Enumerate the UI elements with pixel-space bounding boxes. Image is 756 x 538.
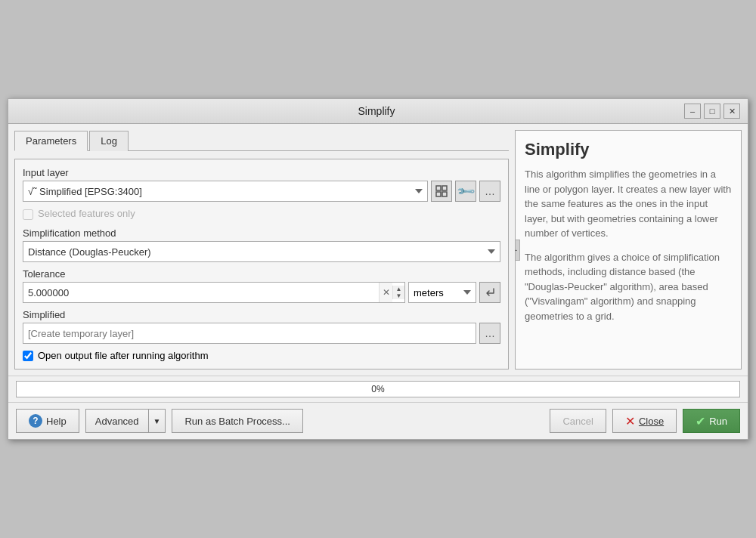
help-button[interactable]: ? Help	[16, 409, 79, 433]
simplified-label: Simplified	[23, 309, 500, 320]
use-project-units-button[interactable]	[479, 282, 500, 303]
close-button[interactable]: ✕ Close	[612, 409, 677, 433]
batch-process-button[interactable]: Run as Batch Process...	[172, 409, 302, 433]
input-layer-select[interactable]: √˜ Simplified [EPSG:3400]	[23, 181, 428, 202]
right-panel: ▶ Simplify This algorithm simplifies the…	[515, 130, 742, 369]
selected-features-label: Selected features only	[38, 208, 135, 219]
open-output-checkbox[interactable]	[23, 351, 33, 361]
window-title: Simplify	[69, 105, 684, 117]
browse-input-button[interactable]: …	[479, 181, 500, 202]
tolerance-label: Tolerance	[23, 268, 500, 280]
minimize-button[interactable]: –	[684, 104, 701, 119]
simplification-method-label: Simplification method	[23, 227, 500, 239]
svg-rect-3	[442, 192, 447, 196]
selected-features-checkbox[interactable]	[23, 209, 33, 220]
tab-log[interactable]: Log	[89, 131, 129, 151]
progress-label: 0%	[371, 384, 384, 394]
left-panel: Parameters Log Input layer √˜ Simplified…	[14, 130, 509, 369]
collapse-panel-button[interactable]: ▶	[515, 240, 520, 261]
simplified-output-input[interactable]	[23, 323, 476, 344]
bottom-bar: ? Help Advanced ▼ Run as Batch Process..…	[8, 402, 748, 439]
svg-rect-0	[436, 186, 441, 190]
simplification-method-select[interactable]: Distance (Douglas-Peucker) Area (Visvali…	[23, 241, 500, 262]
dots-icon: …	[485, 185, 495, 197]
tolerance-row: ✕ ▲ ▼ meters kilometers feet miles degre…	[23, 282, 500, 303]
browse-output-button[interactable]: …	[479, 323, 500, 344]
select-icon	[435, 185, 448, 197]
settings-button[interactable]: 🔧	[455, 181, 476, 202]
simplified-row: …	[23, 323, 500, 344]
wrench-icon: 🔧	[455, 181, 476, 202]
advanced-button-group: Advanced ▼	[85, 409, 166, 433]
progress-bar: 0%	[16, 381, 740, 397]
input-layer-row: √˜ Simplified [EPSG:3400] 🔧	[23, 181, 500, 202]
dialog-body: Parameters Log Input layer √˜ Simplified…	[8, 124, 748, 376]
tolerance-increment-button[interactable]: ▲	[393, 286, 404, 292]
simplified-section: Simplified …	[23, 309, 500, 344]
tolerance-unit-select[interactable]: meters kilometers feet miles degrees	[408, 282, 476, 303]
tab-bar: Parameters Log	[14, 130, 509, 151]
tolerance-input[interactable]	[23, 284, 379, 301]
help-icon: ?	[29, 414, 42, 428]
tolerance-decrement-button[interactable]: ▼	[393, 292, 404, 299]
help-text-1: This algorithm simplifies the geometries…	[525, 167, 732, 241]
help-text-2: The algorithm gives a choice of simplifi…	[525, 250, 732, 324]
window-close-button[interactable]: ✕	[723, 104, 740, 119]
run-button[interactable]: ✔ Run	[683, 409, 740, 433]
tolerance-spinner: ▲ ▼	[392, 286, 404, 299]
chevron-down-icon: ▼	[153, 417, 161, 425]
browse-dots-icon: …	[485, 327, 495, 339]
maximize-button[interactable]: □	[704, 104, 720, 119]
tolerance-input-wrap: ✕ ▲ ▼	[23, 282, 405, 303]
input-layer-label: Input layer	[23, 167, 500, 178]
progress-area: 0%	[8, 376, 748, 402]
return-icon	[485, 287, 495, 298]
title-bar-controls: – □ ✕	[684, 104, 740, 119]
close-icon: ✕	[625, 414, 635, 428]
run-check-icon: ✔	[696, 414, 705, 428]
svg-rect-1	[442, 186, 447, 190]
advanced-button[interactable]: Advanced	[85, 409, 148, 433]
cancel-button[interactable]: Cancel	[550, 409, 606, 433]
input-layer-section: Input layer √˜ Simplified [EPSG:3400]	[23, 167, 500, 202]
tolerance-clear-button[interactable]: ✕	[379, 283, 392, 302]
advanced-dropdown-button[interactable]: ▼	[148, 409, 166, 433]
tab-parameters[interactable]: Parameters	[14, 131, 88, 151]
form-area: Input layer √˜ Simplified [EPSG:3400]	[14, 159, 509, 369]
dialog-window: Simplify – □ ✕ Parameters Log In	[8, 98, 748, 440]
svg-rect-2	[436, 192, 441, 196]
open-output-row: Open output file after running algorithm	[23, 350, 500, 361]
title-bar: Simplify – □ ✕	[8, 99, 748, 124]
select-features-button[interactable]	[431, 181, 452, 202]
selected-features-row: Selected features only	[23, 208, 500, 221]
help-title: Simplify	[525, 140, 732, 159]
simplification-method-section: Simplification method Distance (Douglas-…	[23, 227, 500, 262]
tolerance-section: Tolerance ✕ ▲ ▼ meters kilomete	[23, 268, 500, 303]
open-output-label: Open output file after running algorithm	[38, 350, 208, 361]
